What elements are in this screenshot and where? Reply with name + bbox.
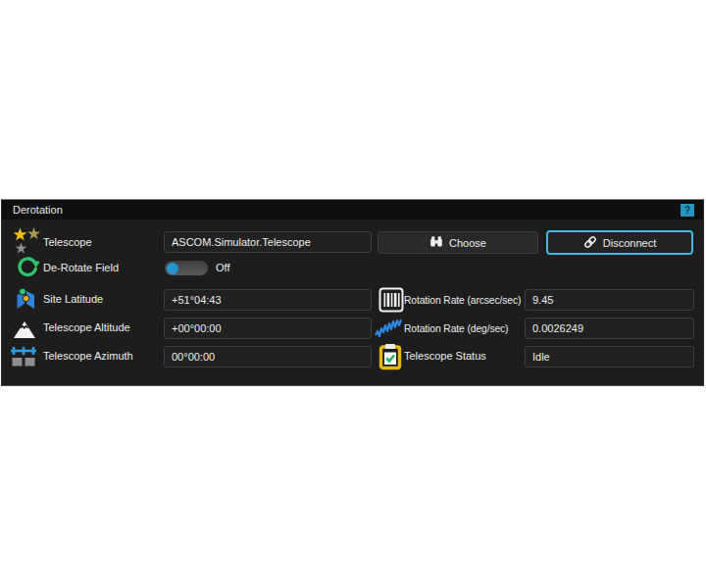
derotate-toggle[interactable] <box>165 261 208 275</box>
disconnect-button[interactable]: Disconnect <box>546 230 693 255</box>
rotate-cw-icon <box>15 256 40 285</box>
telescope-altitude-input[interactable] <box>164 318 372 339</box>
telescope-azimuth-input[interactable] <box>164 346 372 368</box>
telescope-device-input[interactable] <box>164 231 372 253</box>
binoculars-icon <box>429 235 443 250</box>
rotation-rate-deg-label: Rotation Rate (deg/sec) <box>404 322 508 335</box>
disconnect-button-label: Disconnect <box>603 237 656 249</box>
rotation-rate-deg-input[interactable] <box>525 318 694 339</box>
link-icon <box>583 235 597 251</box>
waveform-icon <box>375 316 402 345</box>
telescope-status-input[interactable] <box>525 346 694 368</box>
azimuth-ruler-icon <box>10 345 37 372</box>
panel-title: Derotation <box>13 204 63 216</box>
clipboard-check-icon <box>378 343 402 374</box>
telescope-altitude-label: Telescope Altitude <box>43 321 130 334</box>
panel-titlebar: Derotation ? <box>2 200 703 220</box>
choose-button-label: Choose <box>449 237 486 249</box>
rotation-rate-arcsec-label: Rotation Rate (arcsec/sec) <box>404 294 521 307</box>
mountain-icon <box>12 318 37 344</box>
toggle-state-label: Off <box>216 262 229 274</box>
help-button[interactable]: ? <box>681 204 694 217</box>
choose-button[interactable]: Choose <box>378 231 538 254</box>
telescope-label: Telescope <box>43 236 92 249</box>
derotate-field-label: De-Rotate Field <box>43 262 119 274</box>
telescope-azimuth-label: Telescope Azimuth <box>43 350 133 363</box>
map-pins-icon <box>14 287 37 317</box>
derotation-panel: Derotation ? Telescope Choose <box>1 199 704 386</box>
site-latitude-input[interactable] <box>164 289 372 311</box>
rotation-rate-arcsec-input[interactable] <box>525 289 694 311</box>
site-latitude-label: Site Latitude <box>43 293 103 306</box>
toggle-knob <box>167 263 178 274</box>
barcode-icon <box>378 287 404 317</box>
telescope-status-label: Telescope Status <box>404 350 486 363</box>
